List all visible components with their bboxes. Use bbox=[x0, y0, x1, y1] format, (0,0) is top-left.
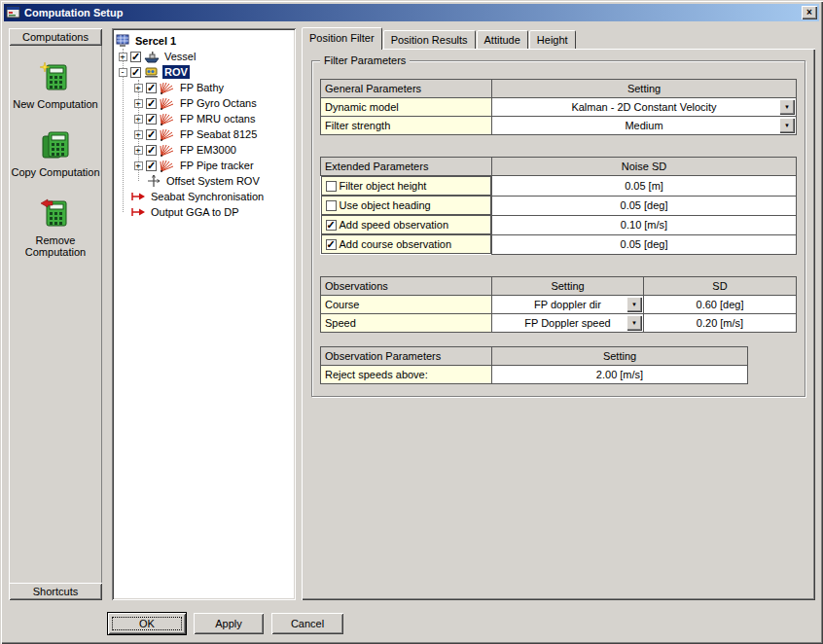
table-row: Course FP doppler dir ▼ 0.60 [deg] bbox=[321, 295, 797, 313]
tree-node-fp-gyro-octans[interactable]: + FP Gyro Octans bbox=[115, 95, 294, 111]
vessel-icon bbox=[144, 50, 160, 63]
expand-toggle-icon[interactable]: + bbox=[134, 115, 143, 124]
course-setting-combo[interactable]: FP doppler dir ▼ bbox=[492, 295, 644, 313]
remove-computation-button[interactable]: Remove Computation bbox=[11, 197, 100, 258]
tab-strip: Position Filter Position Results Attitud… bbox=[302, 29, 815, 49]
tab-position-results[interactable]: Position Results bbox=[383, 30, 476, 49]
sd-value[interactable]: 0.20 [m/s] bbox=[644, 313, 797, 332]
dynamic-model-combo[interactable]: Kalman - 2D Constant Velocity ▼ bbox=[492, 98, 797, 117]
copy-computation-button[interactable]: Copy Computation bbox=[11, 129, 100, 178]
checkbox[interactable] bbox=[326, 200, 337, 211]
app-icon bbox=[6, 5, 21, 20]
sensor-icon bbox=[160, 143, 175, 157]
sensor-icon bbox=[160, 127, 175, 141]
computations-panel-header[interactable]: Computations bbox=[9, 28, 102, 46]
extended-parameters-table: Extended Parameters Noise SD Filter obje… bbox=[320, 157, 797, 255]
speed-setting-combo[interactable]: FP Doppler speed ▼ bbox=[492, 313, 644, 332]
checkbox[interactable] bbox=[146, 114, 157, 125]
titlebar[interactable]: Computation Setup × bbox=[4, 4, 819, 21]
combo-value: Medium bbox=[492, 117, 796, 134]
rov-icon bbox=[144, 65, 160, 79]
settings-panel: Position Filter Position Results Attitud… bbox=[302, 29, 815, 600]
filter-strength-combo[interactable]: Medium ▼ bbox=[492, 117, 797, 135]
column-header: Setting bbox=[492, 276, 644, 295]
checkbox[interactable] bbox=[326, 181, 337, 192]
observation-parameters-table: Observation Parameters Setting Reject sp… bbox=[320, 346, 748, 384]
column-header: Observations bbox=[321, 276, 492, 295]
expand-toggle-icon[interactable]: + bbox=[134, 161, 143, 170]
tree-node-vessel[interactable]: + Vessel bbox=[115, 49, 294, 64]
table-row: Add speed observation 0.10 [m/s] bbox=[321, 215, 797, 234]
param-label: Dynamic model bbox=[321, 98, 492, 117]
param-label: Use object heading bbox=[340, 199, 431, 211]
output-flow-icon bbox=[130, 190, 146, 203]
tree-node-fp-bathy[interactable]: + FP Bathy bbox=[115, 80, 294, 95]
close-button[interactable]: × bbox=[802, 6, 817, 19]
checkbox[interactable] bbox=[146, 161, 157, 171]
expand-toggle-icon[interactable]: + bbox=[134, 130, 143, 139]
checkbox[interactable] bbox=[146, 145, 157, 156]
column-header: General Parameters bbox=[321, 80, 492, 98]
tree-node-label: FP Seabat 8125 bbox=[178, 127, 259, 141]
cancel-button[interactable]: Cancel bbox=[271, 613, 343, 634]
checkbox[interactable] bbox=[146, 129, 157, 140]
new-computation-label: New Computation bbox=[13, 98, 97, 110]
computations-panel: Computations New Computation bbox=[9, 28, 102, 600]
tree-node-offset-system-rov[interactable]: Offset System ROV bbox=[115, 173, 294, 189]
collapse-toggle-icon[interactable]: - bbox=[119, 68, 127, 77]
apply-button[interactable]: Apply bbox=[194, 613, 264, 634]
tree-node-fp-em3000[interactable]: + FP EM3000 bbox=[115, 142, 294, 158]
checkbox[interactable] bbox=[146, 83, 157, 93]
tab-height[interactable]: Height bbox=[529, 30, 576, 49]
dropdown-arrow-icon[interactable]: ▼ bbox=[779, 99, 795, 115]
tree-node-fp-seabat-8125[interactable]: + FP Seabat 8125 bbox=[115, 126, 294, 142]
noise-sd-value[interactable]: 0.05 [deg] bbox=[492, 196, 797, 215]
combo-value: Kalman - 2D Constant Velocity bbox=[492, 98, 796, 116]
tree-node-label: FP Pipe tracker bbox=[178, 159, 256, 172]
tree-node-fp-pipe-tracker[interactable]: + FP Pipe tracker bbox=[115, 158, 294, 173]
noise-sd-value[interactable]: 0.05 [m] bbox=[492, 176, 797, 197]
noise-sd-value[interactable]: 0.05 [deg] bbox=[492, 234, 797, 254]
checkbox[interactable] bbox=[326, 239, 337, 250]
computations-panel-items: New Computation Copy Computa bbox=[9, 46, 102, 583]
reject-speed-value[interactable]: 2.00 [m/s] bbox=[492, 365, 748, 383]
sd-value[interactable]: 0.60 [deg] bbox=[644, 295, 797, 313]
param-label: Add speed observation bbox=[340, 219, 449, 231]
tree-node-fp-mru-octans[interactable]: + FP MRU octans bbox=[115, 111, 294, 126]
dropdown-arrow-icon[interactable]: ▼ bbox=[626, 297, 642, 312]
tab-position-filter[interactable]: Position Filter bbox=[302, 27, 382, 50]
checkbox[interactable] bbox=[326, 220, 337, 231]
tree-node-label: Output GGA to DP bbox=[149, 205, 241, 219]
new-computation-button[interactable]: New Computation bbox=[11, 61, 100, 110]
filter-parameters-groupbox: Filter Parameters General Parameters Set… bbox=[311, 60, 805, 397]
ok-button[interactable]: OK bbox=[108, 613, 186, 634]
expand-toggle-icon[interactable]: + bbox=[134, 84, 143, 92]
expand-toggle-icon[interactable]: + bbox=[119, 53, 127, 61]
column-header: Setting bbox=[492, 346, 748, 365]
table-row: Reject speeds above: 2.00 [m/s] bbox=[321, 365, 748, 383]
position-filter-page: Filter Parameters General Parameters Set… bbox=[302, 49, 815, 600]
remove-computation-icon bbox=[40, 197, 71, 231]
groupbox-legend: Filter Parameters bbox=[320, 54, 410, 67]
tree-node-sercel-1[interactable]: Sercel 1 bbox=[115, 33, 294, 49]
table-row: Filter strength Medium ▼ bbox=[321, 117, 797, 135]
dropdown-arrow-icon[interactable]: ▼ bbox=[626, 315, 642, 331]
sensor-icon bbox=[160, 81, 175, 94]
checkbox[interactable] bbox=[146, 98, 157, 109]
param-label: Filter object height bbox=[340, 180, 427, 192]
tree-node-seabat-synchronisation[interactable]: Seabat Synchronisation bbox=[115, 189, 294, 204]
checkbox[interactable] bbox=[130, 52, 141, 62]
copy-computation-icon bbox=[40, 129, 71, 162]
checkbox[interactable] bbox=[130, 67, 141, 78]
expand-toggle-icon[interactable]: + bbox=[134, 146, 143, 155]
tree-node-output-gga-to-dp[interactable]: Output GGA to DP bbox=[115, 204, 294, 220]
tab-attitude[interactable]: Attitude bbox=[477, 30, 528, 49]
observation-label: Course bbox=[321, 295, 492, 313]
noise-sd-value[interactable]: 0.10 [m/s] bbox=[492, 215, 797, 234]
tree-node-rov[interactable]: - ROV bbox=[115, 64, 294, 80]
column-header: Noise SD bbox=[492, 158, 797, 176]
dropdown-arrow-icon[interactable]: ▼ bbox=[779, 118, 795, 133]
shortcuts-panel-header[interactable]: Shortcuts bbox=[9, 583, 102, 600]
tree-node-label: Offset System ROV bbox=[164, 174, 262, 188]
expand-toggle-icon[interactable]: + bbox=[134, 99, 143, 108]
